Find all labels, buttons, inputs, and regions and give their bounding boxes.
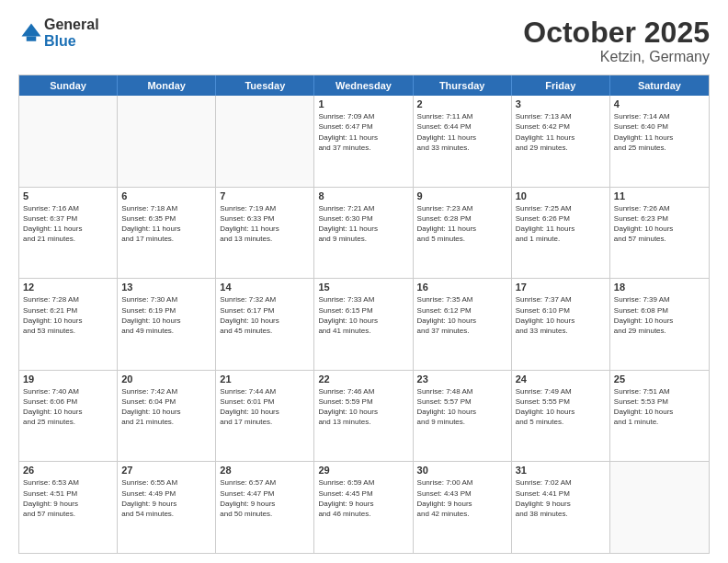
day-number: 20 xyxy=(121,373,211,385)
day-info: Sunrise: 7:28 AM Sunset: 6:21 PM Dayligh… xyxy=(23,294,113,336)
calendar-cell: 12Sunrise: 7:28 AM Sunset: 6:21 PM Dayli… xyxy=(19,279,118,370)
day-number: 30 xyxy=(417,465,507,476)
svg-marker-0 xyxy=(22,24,41,37)
day-info: Sunrise: 7:39 AM Sunset: 6:08 PM Dayligh… xyxy=(614,294,705,336)
calendar-cell: 15Sunrise: 7:33 AM Sunset: 6:15 PM Dayli… xyxy=(314,279,413,370)
calendar-cell: 3Sunrise: 7:13 AM Sunset: 6:42 PM Daylig… xyxy=(512,96,610,187)
calendar-cell: 16Sunrise: 7:35 AM Sunset: 6:12 PM Dayli… xyxy=(414,279,512,370)
day-number: 3 xyxy=(516,98,606,109)
day-info: Sunrise: 7:33 AM Sunset: 6:15 PM Dayligh… xyxy=(318,294,408,336)
day-number: 18 xyxy=(614,282,705,293)
day-number: 26 xyxy=(23,465,113,476)
day-info: Sunrise: 7:44 AM Sunset: 6:01 PM Dayligh… xyxy=(220,386,310,428)
calendar-week-5: 26Sunrise: 6:53 AM Sunset: 4:51 PM Dayli… xyxy=(19,462,709,553)
calendar-cell: 17Sunrise: 7:37 AM Sunset: 6:10 PM Dayli… xyxy=(512,279,610,370)
title-block: October 2025 Ketzin, Germany xyxy=(523,17,710,65)
calendar-cell: 14Sunrise: 7:32 AM Sunset: 6:17 PM Dayli… xyxy=(216,279,314,370)
calendar-week-4: 19Sunrise: 7:40 AM Sunset: 6:06 PM Dayli… xyxy=(19,371,709,463)
location-title: Ketzin, Germany xyxy=(523,49,710,65)
page: General Blue October 2025 Ketzin, German… xyxy=(0,0,728,563)
day-number: 15 xyxy=(318,282,408,293)
calendar-cell: 28Sunrise: 6:57 AM Sunset: 4:47 PM Dayli… xyxy=(216,462,314,553)
day-info: Sunrise: 7:11 AM Sunset: 6:44 PM Dayligh… xyxy=(417,111,507,153)
day-number: 11 xyxy=(614,190,705,201)
day-number: 27 xyxy=(121,465,211,476)
calendar-cell: 4Sunrise: 7:14 AM Sunset: 6:40 PM Daylig… xyxy=(610,96,709,187)
day-info: Sunrise: 7:14 AM Sunset: 6:40 PM Dayligh… xyxy=(614,111,705,153)
day-number: 16 xyxy=(417,282,507,293)
logo-blue-text: Blue xyxy=(44,33,76,49)
day-info: Sunrise: 7:42 AM Sunset: 6:04 PM Dayligh… xyxy=(121,386,211,428)
calendar-cell: 10Sunrise: 7:25 AM Sunset: 6:26 PM Dayli… xyxy=(512,188,610,279)
day-info: Sunrise: 7:40 AM Sunset: 6:06 PM Dayligh… xyxy=(23,386,113,428)
logo-general-text: General xyxy=(44,17,99,32)
header-day-sunday: Sunday xyxy=(19,75,118,96)
day-info: Sunrise: 6:53 AM Sunset: 4:51 PM Dayligh… xyxy=(23,477,113,519)
day-info: Sunrise: 7:16 AM Sunset: 6:37 PM Dayligh… xyxy=(23,203,113,245)
day-info: Sunrise: 7:19 AM Sunset: 6:33 PM Dayligh… xyxy=(220,203,310,245)
calendar-cell: 7Sunrise: 7:19 AM Sunset: 6:33 PM Daylig… xyxy=(216,188,314,279)
day-info: Sunrise: 7:48 AM Sunset: 5:57 PM Dayligh… xyxy=(417,386,507,428)
calendar-cell: 22Sunrise: 7:46 AM Sunset: 5:59 PM Dayli… xyxy=(314,371,413,462)
calendar-cell: 13Sunrise: 7:30 AM Sunset: 6:19 PM Dayli… xyxy=(118,279,216,370)
calendar-cell: 30Sunrise: 7:00 AM Sunset: 4:43 PM Dayli… xyxy=(414,462,512,553)
calendar-week-2: 5Sunrise: 7:16 AM Sunset: 6:37 PM Daylig… xyxy=(19,188,709,280)
header-day-thursday: Thursday xyxy=(414,75,512,96)
day-info: Sunrise: 7:25 AM Sunset: 6:26 PM Dayligh… xyxy=(516,203,606,245)
header-day-saturday: Saturday xyxy=(610,75,709,96)
calendar-cell: 23Sunrise: 7:48 AM Sunset: 5:57 PM Dayli… xyxy=(414,371,512,462)
day-number: 21 xyxy=(220,373,310,385)
day-number: 23 xyxy=(417,373,507,385)
calendar-cell: 19Sunrise: 7:40 AM Sunset: 6:06 PM Dayli… xyxy=(19,371,118,462)
day-number: 22 xyxy=(318,373,408,385)
header-day-friday: Friday xyxy=(512,75,610,96)
day-info: Sunrise: 7:26 AM Sunset: 6:23 PM Dayligh… xyxy=(614,203,705,245)
day-info: Sunrise: 6:55 AM Sunset: 4:49 PM Dayligh… xyxy=(121,477,211,519)
calendar-cell: 21Sunrise: 7:44 AM Sunset: 6:01 PM Dayli… xyxy=(216,371,314,462)
calendar-cell: 8Sunrise: 7:21 AM Sunset: 6:30 PM Daylig… xyxy=(314,188,413,279)
header-day-wednesday: Wednesday xyxy=(314,75,413,96)
calendar-cell: 26Sunrise: 6:53 AM Sunset: 4:51 PM Dayli… xyxy=(19,462,118,553)
day-info: Sunrise: 7:32 AM Sunset: 6:17 PM Dayligh… xyxy=(220,294,310,336)
day-info: Sunrise: 6:59 AM Sunset: 4:45 PM Dayligh… xyxy=(318,477,408,519)
day-number: 8 xyxy=(318,190,408,201)
calendar-cell xyxy=(118,96,216,187)
day-number: 7 xyxy=(220,190,310,201)
day-number: 10 xyxy=(516,190,606,201)
day-info: Sunrise: 7:21 AM Sunset: 6:30 PM Dayligh… xyxy=(318,203,408,245)
day-info: Sunrise: 7:13 AM Sunset: 6:42 PM Dayligh… xyxy=(516,111,606,153)
calendar-cell: 11Sunrise: 7:26 AM Sunset: 6:23 PM Dayli… xyxy=(610,188,709,279)
day-info: Sunrise: 7:09 AM Sunset: 6:47 PM Dayligh… xyxy=(318,111,408,153)
day-info: Sunrise: 7:23 AM Sunset: 6:28 PM Dayligh… xyxy=(417,203,507,245)
day-info: Sunrise: 6:57 AM Sunset: 4:47 PM Dayligh… xyxy=(220,477,310,519)
day-number: 5 xyxy=(23,190,113,201)
day-info: Sunrise: 7:30 AM Sunset: 6:19 PM Dayligh… xyxy=(121,294,211,336)
calendar-cell: 27Sunrise: 6:55 AM Sunset: 4:49 PM Dayli… xyxy=(118,462,216,553)
day-number: 6 xyxy=(121,190,211,201)
calendar-week-3: 12Sunrise: 7:28 AM Sunset: 6:21 PM Dayli… xyxy=(19,279,709,371)
calendar-cell: 2Sunrise: 7:11 AM Sunset: 6:44 PM Daylig… xyxy=(414,96,512,187)
calendar-cell: 6Sunrise: 7:18 AM Sunset: 6:35 PM Daylig… xyxy=(118,188,216,279)
day-info: Sunrise: 7:02 AM Sunset: 4:41 PM Dayligh… xyxy=(516,477,606,519)
calendar-cell xyxy=(19,96,118,187)
calendar-cell: 29Sunrise: 6:59 AM Sunset: 4:45 PM Dayli… xyxy=(314,462,413,553)
day-number: 13 xyxy=(121,282,211,293)
calendar-cell: 18Sunrise: 7:39 AM Sunset: 6:08 PM Dayli… xyxy=(610,279,709,370)
day-number: 25 xyxy=(614,373,705,385)
day-number: 24 xyxy=(516,373,606,385)
calendar-cell: 20Sunrise: 7:42 AM Sunset: 6:04 PM Dayli… xyxy=(118,371,216,462)
month-title: October 2025 xyxy=(523,17,710,49)
day-number: 29 xyxy=(318,465,408,476)
day-number: 31 xyxy=(516,465,606,476)
calendar-header: SundayMondayTuesdayWednesdayThursdayFrid… xyxy=(19,75,709,96)
calendar-cell: 9Sunrise: 7:23 AM Sunset: 6:28 PM Daylig… xyxy=(414,188,512,279)
header-day-monday: Monday xyxy=(118,75,216,96)
calendar-cell: 5Sunrise: 7:16 AM Sunset: 6:37 PM Daylig… xyxy=(19,188,118,279)
day-info: Sunrise: 7:51 AM Sunset: 5:53 PM Dayligh… xyxy=(614,386,705,428)
svg-rect-1 xyxy=(27,37,37,41)
day-number: 4 xyxy=(614,98,705,109)
calendar-week-1: 1Sunrise: 7:09 AM Sunset: 6:47 PM Daylig… xyxy=(19,96,709,188)
header-day-tuesday: Tuesday xyxy=(216,75,314,96)
calendar-cell: 25Sunrise: 7:51 AM Sunset: 5:53 PM Dayli… xyxy=(610,371,709,462)
calendar-cell xyxy=(216,96,314,187)
